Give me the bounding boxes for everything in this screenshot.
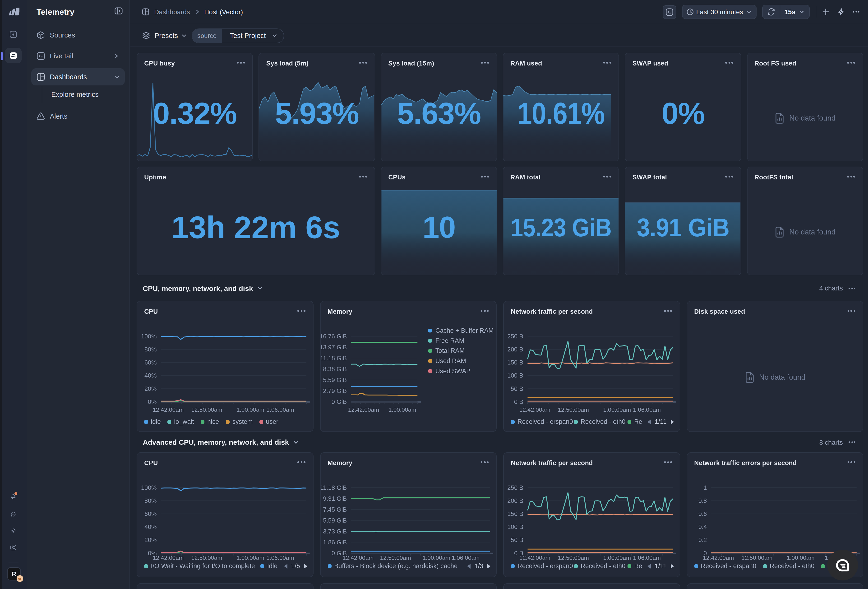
svg-text:0.6: 0.6 (698, 511, 707, 517)
svg-text:12:50:00am: 12:50:00am (741, 555, 772, 561)
svg-text:150 B: 150 B (507, 359, 523, 366)
svg-text:0 B: 0 B (514, 398, 523, 405)
svg-text:50 B: 50 B (511, 385, 523, 392)
svg-text:12:42:00am: 12:42:00am (703, 555, 734, 561)
svg-text:Total RAM: Total RAM (435, 347, 465, 354)
svg-text:60%: 60% (145, 511, 157, 517)
svg-text:1:00:00am: 1:00:00am (388, 407, 416, 413)
svg-text:Used RAM: Used RAM (435, 357, 466, 364)
svg-text:0.4: 0.4 (698, 524, 707, 530)
svg-text:16.76 GiB: 16.76 GiB (320, 333, 347, 340)
svg-text:150 B: 150 B (507, 511, 523, 517)
svg-text:Free RAM: Free RAM (435, 337, 464, 344)
svg-text:12:42:00am: 12:42:00am (153, 407, 184, 413)
svg-text:0%: 0% (148, 398, 156, 405)
svg-text:2.79 GiB: 2.79 GiB (323, 388, 347, 394)
svg-text:80%: 80% (145, 497, 157, 504)
svg-text:60%: 60% (145, 359, 157, 366)
svg-text:12:50:00am: 12:50:00am (191, 555, 222, 561)
svg-text:100%: 100% (141, 333, 157, 340)
svg-text:8.38 GiB: 8.38 GiB (323, 366, 347, 372)
svg-text:1:06:00am: 1:06:00am (633, 555, 661, 561)
svg-text:200 B: 200 B (507, 346, 523, 353)
svg-text:0.8: 0.8 (698, 497, 707, 504)
svg-text:1:00:00am: 1:00:00am (603, 407, 631, 413)
svg-text:13.97 GiB: 13.97 GiB (320, 344, 347, 351)
svg-text:Used SWAP: Used SWAP (435, 368, 470, 375)
svg-text:3.73 GiB: 3.73 GiB (323, 528, 347, 535)
svg-text:0.2: 0.2 (698, 537, 707, 543)
svg-text:7.45 GiB: 7.45 GiB (323, 506, 347, 513)
svg-text:1:06:00am: 1:06:00am (633, 407, 661, 413)
svg-text:12:42:00am: 12:42:00am (153, 555, 184, 561)
svg-text:40%: 40% (145, 372, 157, 379)
svg-text:Cache + Buffer RAM: Cache + Buffer RAM (435, 327, 493, 334)
svg-text:0 GiB: 0 GiB (331, 398, 347, 405)
svg-text:250 B: 250 B (507, 333, 523, 340)
svg-text:12:50:00am: 12:50:00am (191, 407, 222, 413)
svg-text:12:42:00am: 12:42:00am (520, 555, 551, 561)
svg-text:50 B: 50 B (511, 537, 523, 543)
svg-text:100 B: 100 B (507, 524, 523, 530)
svg-text:80%: 80% (145, 346, 157, 353)
svg-text:1:00:00am: 1:00:00am (422, 555, 450, 561)
svg-text:9.31 GiB: 9.31 GiB (323, 495, 347, 502)
svg-text:1:00:00am: 1:00:00am (603, 555, 631, 561)
svg-text:5.59 GiB: 5.59 GiB (323, 517, 347, 524)
svg-text:5.59 GiB: 5.59 GiB (323, 377, 347, 383)
svg-text:20%: 20% (145, 537, 157, 543)
svg-text:1: 1 (703, 484, 707, 491)
svg-text:12:42:00am: 12:42:00am (520, 407, 551, 413)
svg-text:250 B: 250 B (507, 484, 523, 491)
svg-text:12:50:00am: 12:50:00am (558, 407, 589, 413)
svg-text:1:06:00am: 1:06:00am (452, 555, 479, 561)
svg-text:12:42:00am: 12:42:00am (348, 407, 379, 413)
svg-text:1:06:00am: 1:06:00am (266, 407, 294, 413)
svg-text:11.18 GiB: 11.18 GiB (320, 484, 347, 491)
svg-text:100%: 100% (141, 484, 157, 491)
svg-text:1:00:00am: 1:00:00am (236, 555, 264, 561)
svg-text:40%: 40% (145, 524, 157, 530)
svg-text:20%: 20% (145, 385, 157, 392)
svg-text:200 B: 200 B (507, 497, 523, 504)
svg-text:1:00:00am: 1:00:00am (236, 407, 264, 413)
svg-text:12:42:00am: 12:42:00am (342, 555, 373, 561)
svg-text:1:06:00am: 1:06:00am (266, 555, 294, 561)
svg-text:1.86 GiB: 1.86 GiB (323, 539, 347, 546)
svg-text:1:00:00am: 1:00:00am (787, 555, 814, 561)
svg-text:12:50:00am: 12:50:00am (380, 555, 411, 561)
svg-text:11.18 GiB: 11.18 GiB (320, 355, 347, 361)
svg-text:12:50:00am: 12:50:00am (558, 555, 589, 561)
svg-text:100 B: 100 B (507, 372, 523, 379)
